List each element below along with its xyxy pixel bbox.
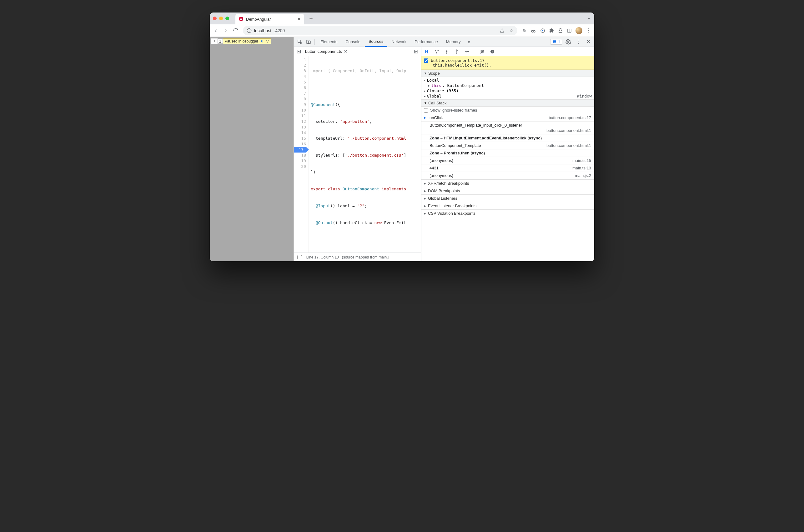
line-number[interactable]: 15 <box>294 136 306 141</box>
pause-exceptions-button[interactable] <box>489 48 496 55</box>
navigator-toggle-icon[interactable] <box>295 48 303 55</box>
callstack-frame[interactable]: Zone – Promise.then (async) <box>421 149 594 157</box>
line-number[interactable]: 8 <box>294 96 306 102</box>
browser-tab[interactable]: DemoAngular ✕ <box>235 14 304 24</box>
line-number-breakpoint[interactable]: 17 <box>294 147 306 153</box>
callstack-frame[interactable]: (anonymous)main.ts:15 <box>421 157 594 165</box>
line-number[interactable]: 20 <box>294 164 306 169</box>
close-window-button[interactable] <box>213 17 217 20</box>
pretty-print-icon[interactable]: { } <box>296 255 303 260</box>
new-tab-button[interactable]: ＋ <box>307 14 315 23</box>
inspect-element-icon[interactable] <box>296 38 304 46</box>
step-button[interactable] <box>463 48 470 55</box>
step-into-button[interactable] <box>443 48 450 55</box>
resume-button[interactable] <box>423 48 430 55</box>
reload-button[interactable] <box>233 28 238 34</box>
scope-global[interactable]: ▶GlobalWindow <box>421 93 594 99</box>
show-ignored-frames-row[interactable]: Show ignore-listed frames <box>421 107 594 114</box>
tab-elements[interactable]: Elements <box>317 37 341 47</box>
resume-icon[interactable] <box>260 39 265 43</box>
line-number[interactable]: 10 <box>294 108 306 113</box>
dom-breakpoints-section[interactable]: ▶DOM Breakpoints <box>421 187 594 194</box>
tab-sources[interactable]: Sources <box>365 37 387 47</box>
code-area[interactable]: import { Component, OnInit, Input, Outp … <box>309 56 421 252</box>
ext-icon-1[interactable]: ☺ <box>522 28 527 34</box>
gutter[interactable]: 1 2 3 4 5 6 7 8 9 10 11 12 13 <box>294 56 309 252</box>
site-info-icon[interactable] <box>247 28 252 33</box>
maximize-window-button[interactable] <box>225 17 229 20</box>
share-icon[interactable] <box>499 28 504 33</box>
ext-icon-eye[interactable] <box>540 28 545 34</box>
callstack-frame[interactable]: Zone – HTMLInputElement.addEventListener… <box>421 134 594 142</box>
xhr-breakpoints-section[interactable]: ▶XHR/fetch Breakpoints <box>421 179 594 187</box>
line-number[interactable]: 7 <box>294 91 306 96</box>
title-bar: DemoAngular ✕ ＋ <box>210 13 594 24</box>
scope-closure[interactable]: ▶Closure (355) <box>421 88 594 93</box>
tab-memory[interactable]: Memory <box>442 37 464 47</box>
line-number[interactable]: 5 <box>294 79 306 85</box>
tab-performance[interactable]: Performance <box>411 37 441 47</box>
file-tab[interactable]: button.component.ts ✕ <box>303 47 350 56</box>
close-devtools-icon[interactable]: ✕ <box>584 38 592 46</box>
callstack-frame[interactable]: ➤onClickbutton.component.ts:17 <box>421 114 594 121</box>
ext-icon-incognito[interactable] <box>531 28 536 34</box>
profile-avatar[interactable] <box>575 27 582 34</box>
forward-button[interactable] <box>223 28 229 34</box>
labs-icon[interactable] <box>558 28 563 33</box>
chrome-menu-button[interactable]: ⋮ <box>586 27 591 34</box>
line-number[interactable]: 2 <box>294 62 306 68</box>
line-number[interactable]: 19 <box>294 158 306 164</box>
callstack-frame[interactable]: (anonymous)main.js:2 <box>421 172 594 179</box>
panel-icon[interactable] <box>567 28 572 33</box>
deactivate-breakpoints-button[interactable] <box>479 48 486 55</box>
line-number[interactable]: 9 <box>294 102 306 108</box>
address-bar[interactable]: localhost:4200 ☆ <box>243 26 517 35</box>
settings-icon[interactable] <box>564 38 572 46</box>
line-number[interactable]: 3 <box>294 68 306 74</box>
line-number[interactable]: 1 <box>294 57 306 62</box>
extensions-button[interactable] <box>549 28 554 33</box>
devtools-menu-icon[interactable]: ⋮ <box>574 38 582 46</box>
code-editor[interactable]: 1 2 3 4 5 6 7 8 9 10 11 12 13 <box>294 56 421 252</box>
line-number[interactable]: 18 <box>294 153 306 158</box>
close-file-tab-icon[interactable]: ✕ <box>344 49 347 54</box>
code-line: }) <box>311 169 421 175</box>
more-files-icon[interactable] <box>412 48 420 55</box>
scope-header[interactable]: ▼Scope <box>421 70 594 77</box>
svg-point-3 <box>531 30 533 32</box>
callstack-frame[interactable]: 4431main.ts:13 <box>421 165 594 172</box>
tab-network[interactable]: Network <box>388 37 410 47</box>
event-listener-breakpoints-section[interactable]: ▶Event Listener Breakpoints <box>421 202 594 209</box>
tab-console[interactable]: Console <box>342 37 364 47</box>
scope-local[interactable]: ▼Local <box>421 77 594 83</box>
csp-breakpoints-section[interactable]: ▶CSP Violation Breakpoints <box>421 209 594 217</box>
tabs-menu-button[interactable] <box>587 16 591 21</box>
sourcemap-link[interactable]: main.j <box>379 255 388 260</box>
line-number[interactable]: 14 <box>294 130 306 136</box>
line-number[interactable]: 6 <box>294 85 306 91</box>
line-number[interactable]: 16 <box>294 141 306 147</box>
line-number[interactable]: 11 <box>294 113 306 119</box>
scope-this[interactable]: ▶this:ButtonComponent <box>421 83 594 88</box>
content-area: ＋ 1 Paused in debugger Elements Console <box>210 37 594 261</box>
back-button[interactable] <box>213 28 218 34</box>
step-out-button[interactable] <box>453 48 460 55</box>
more-tabs-button[interactable]: » <box>465 38 473 46</box>
close-tab-button[interactable]: ✕ <box>297 17 301 22</box>
line-number[interactable]: 13 <box>294 125 306 130</box>
cursor-position: Line 17, Column 10 <box>306 255 339 260</box>
line-number[interactable]: 4 <box>294 74 306 79</box>
line-number[interactable]: 12 <box>294 119 306 125</box>
breakpoint-checkbox[interactable] <box>424 58 428 63</box>
global-listeners-section[interactable]: ▶Global Listeners <box>421 194 594 202</box>
issues-chip[interactable]: 1 <box>550 39 562 45</box>
callstack-frame[interactable]: ButtonComponent_Template_input_click_0_l… <box>421 121 594 134</box>
show-ignored-checkbox[interactable] <box>424 108 428 113</box>
step-over-icon[interactable] <box>265 39 269 43</box>
callstack-header[interactable]: ▼Call Stack <box>421 99 594 107</box>
step-over-button[interactable] <box>433 48 440 55</box>
minimize-window-button[interactable] <box>219 17 223 20</box>
device-toolbar-icon[interactable] <box>305 38 312 46</box>
bookmark-icon[interactable]: ☆ <box>510 28 514 33</box>
callstack-frame[interactable]: ButtonComponent_Templatebutton.component… <box>421 142 594 149</box>
